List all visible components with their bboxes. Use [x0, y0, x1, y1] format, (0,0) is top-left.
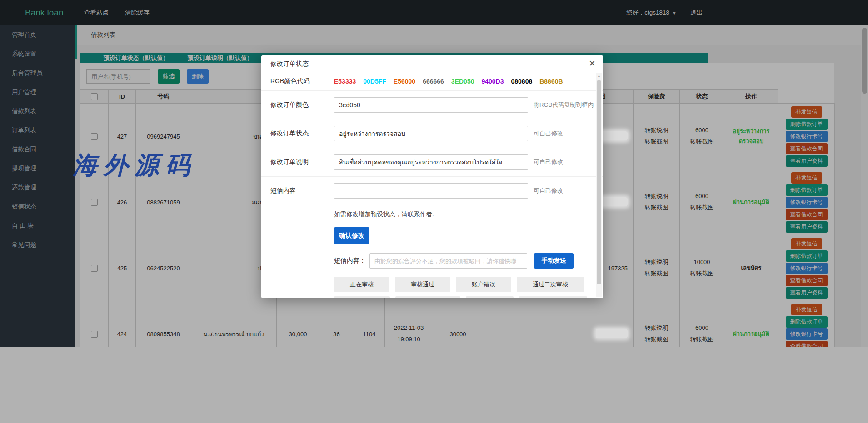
field-input-修改订单说明[interactable]	[334, 154, 528, 170]
modal-row-label	[261, 205, 326, 224]
field-input-修改订单颜色[interactable]	[334, 97, 528, 113]
preset-button-clipped[interactable]	[519, 296, 587, 298]
modal-row: 修改订单状态可自己修改	[261, 119, 603, 148]
modal-row	[261, 295, 603, 298]
sms-content-input[interactable]	[369, 253, 527, 269]
field-hint: 可自己修改	[534, 158, 563, 166]
modal-row-content: E5333300D5FFE560006666663ED0509400D30808…	[326, 78, 603, 85]
rgb-code: E53333	[334, 78, 356, 85]
scroll-up-icon[interactable]: ▲	[597, 74, 601, 78]
modal-row-content: 可自己修改	[326, 183, 603, 199]
rgb-code: 080808	[511, 78, 533, 85]
modal-note: 如需修改增加预设状态，请联系作者.	[334, 210, 434, 219]
field-label: 修改订单状态	[261, 119, 326, 148]
preset-button-clipped[interactable]	[334, 296, 390, 298]
modal-row-content: 如需修改增加预设状态，请联系作者.	[326, 210, 603, 219]
modal-row-label	[261, 248, 326, 274]
rgb-code: B8860B	[539, 78, 563, 85]
field-label: 短信内容	[261, 177, 326, 205]
preset-button-clipped[interactable]	[466, 296, 514, 298]
field-hint: 可自己修改	[534, 187, 563, 195]
rgb-code: 00D5FF	[363, 78, 386, 85]
rgb-code: E56000	[394, 78, 415, 85]
sms-content-label: 短信内容：	[334, 257, 366, 265]
modal-row: 修改订单说明可自己修改	[261, 148, 603, 177]
modal-row: 修改订单颜色将RGB代码复制到框内	[261, 91, 603, 119]
preset-正在审核[interactable]: 正在审核	[334, 277, 389, 292]
modal-body: RGB颜色代码E5333300D5FFE560006666663ED050940…	[261, 72, 603, 298]
rgb-code-label: RGB颜色代码	[261, 72, 326, 90]
modal-row: 确认修改	[261, 224, 603, 248]
preset-通过二次审核[interactable]: 通过二次审核	[517, 277, 584, 292]
modal-row-label	[261, 295, 326, 298]
modal-scrollbar-thumb[interactable]	[597, 80, 601, 284]
field-label: 修改订单说明	[261, 148, 326, 176]
preset-审核通过[interactable]: 审核通过	[395, 277, 450, 292]
modal-row: 正在审核审核通过账户错误通过二次审核	[261, 274, 603, 295]
modal-row-content	[326, 296, 603, 298]
modal-title: 修改订单状态	[261, 55, 603, 72]
field-label: 修改订单颜色	[261, 91, 326, 119]
rgb-code: 3ED050	[451, 78, 474, 85]
modal-scrollbar[interactable]: ▲	[596, 73, 602, 297]
modal-row-content: 可自己修改	[326, 126, 603, 141]
modal-row-content: 将RGB代码复制到框内	[326, 97, 603, 113]
preset-button-clipped[interactable]	[395, 296, 460, 298]
modal-row: 如需修改增加预设状态，请联系作者.	[261, 205, 603, 224]
modal-row-content: 确认修改	[326, 227, 603, 244]
modal-row-content: 可自己修改	[326, 154, 603, 170]
rgb-code: 9400D3	[481, 78, 504, 85]
modal-row-content: 正在审核审核通过账户错误通过二次审核	[326, 277, 603, 292]
modal-row: RGB颜色代码E5333300D5FFE560006666663ED050940…	[261, 72, 603, 91]
field-hint: 可自己修改	[534, 129, 563, 138]
confirm-edit-button[interactable]: 确认修改	[334, 227, 369, 244]
preset-账户错误[interactable]: 账户错误	[456, 277, 511, 292]
manual-send-button[interactable]: 手动发送	[534, 253, 574, 269]
edit-order-status-modal: 修改订单状态 ✕ RGB颜色代码E5333300D5FFE56000666666…	[261, 55, 603, 298]
modal-row-label	[261, 224, 326, 248]
field-input-短信内容[interactable]	[334, 183, 528, 199]
modal-row-content: 短信内容：手动发送	[326, 253, 603, 269]
rgb-code: 666666	[423, 78, 444, 85]
close-icon[interactable]: ✕	[589, 58, 596, 69]
modal-row-label	[261, 274, 326, 295]
modal-row: 短信内容可自己修改	[261, 177, 603, 205]
field-input-修改订单状态[interactable]	[334, 126, 528, 141]
blurred-password	[596, 329, 628, 338]
field-hint: 将RGB代码复制到框内	[534, 101, 594, 109]
modal-row: 短信内容：手动发送	[261, 248, 603, 274]
screenshot-stage: Bank loan 查看站点清除缓存 您好，ctgs1818▼ 退出 管理首页系…	[0, 0, 868, 423]
